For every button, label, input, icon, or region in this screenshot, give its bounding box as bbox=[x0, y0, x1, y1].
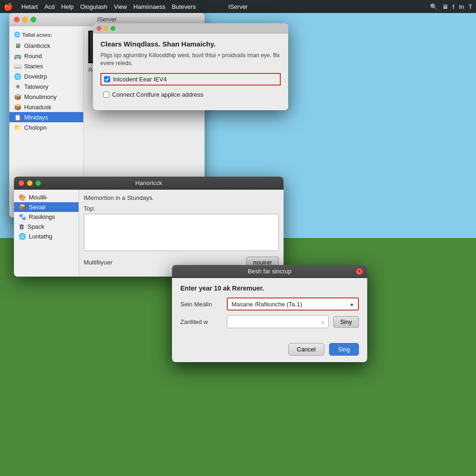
hanorlcck-max-btn[interactable] bbox=[35, 180, 41, 186]
spack-icon: 🗑 bbox=[19, 223, 25, 230]
sidebar-item-tatowory[interactable]: ✳ Tatowory bbox=[9, 81, 83, 92]
in-icon[interactable]: In bbox=[459, 3, 464, 10]
besh-footer: Cancel Sing bbox=[172, 339, 367, 362]
clears-body: Clears Winqdlass. Shan Hamaichy. Pligs i… bbox=[93, 33, 288, 110]
clears-heading: Clears Winqdlass. Shan Hamaichy. bbox=[100, 40, 281, 48]
close-button[interactable] bbox=[14, 17, 20, 22]
thnoo-icon[interactable]: T bbox=[469, 3, 472, 10]
hanorlcck-subtitle: IMemortion in a Stundays. bbox=[84, 194, 279, 201]
menu-oiogulash[interactable]: Oiogulash bbox=[80, 3, 108, 10]
zarilited-label: Zarilited w bbox=[180, 318, 222, 325]
besh-sein-row: Sein Mealin Masane /Rafiiunche (Ta.1) ⬥ bbox=[180, 298, 359, 311]
menu-view[interactable]: View bbox=[114, 3, 127, 10]
clears-checkbox2-row: Connect Contfure applice address bbox=[100, 89, 281, 100]
hanorlcck-sidebar-rasikings[interactable]: 🐾 Rasikings bbox=[14, 212, 79, 222]
besh-heading: Enter year 10 ak Reremuer. bbox=[180, 284, 359, 292]
hanorlcck-sidebar: 🎨 Moullli- 📦 Sevair 🐾 Rasikings 🗑 Spack … bbox=[14, 190, 79, 277]
checkbox-connect[interactable] bbox=[103, 92, 109, 98]
hanorlcck-title: Hanorlcck bbox=[135, 179, 162, 186]
hanorlcck-main: IMemortion in a Stundays. Top: Multifiiy… bbox=[79, 190, 284, 277]
sidebar-item-hunadusk[interactable]: 📦 Hunadusk bbox=[9, 102, 83, 112]
rasikings-icon: 🐾 bbox=[19, 213, 26, 220]
siny-button[interactable]: Siny bbox=[333, 316, 359, 328]
dovedrp-icon: 🌐 bbox=[14, 73, 21, 80]
checkbox-ipv4-label: Inlcodent Eear IEV4 bbox=[113, 76, 167, 83]
hanorlcck-titlebar: Hanorlcck bbox=[14, 177, 284, 190]
hanorlcck-min-btn[interactable] bbox=[27, 180, 33, 186]
hanorlcck-close-btn[interactable] bbox=[19, 180, 24, 186]
dialog-besh: Besh far sincrup ✕ Enter year 10 ak Rere… bbox=[172, 265, 367, 362]
besh-close-button[interactable]: ✕ bbox=[356, 268, 363, 275]
checkbox-connect-label: Connect Contfure applice address bbox=[112, 91, 204, 98]
apple-icon[interactable]: 🍎 bbox=[4, 2, 13, 11]
facebook-icon[interactable]: f bbox=[453, 3, 455, 10]
sein-chevron-icon: ⬥ bbox=[350, 300, 354, 308]
sidebar-item-dovedrp[interactable]: 🌐 Dovedrp bbox=[9, 71, 83, 81]
clears-desc: Pligs iqo aglurntiny Killooddhip west, b… bbox=[100, 52, 281, 67]
sidebar-item-cholopn[interactable]: 📁 Cholopn bbox=[9, 122, 83, 132]
cholopn-icon: 📁 bbox=[14, 124, 21, 131]
menu-bar: 🍎 Hetart Acd Help Oiogulash View Hamiína… bbox=[0, 0, 476, 13]
sidebar-item-minidays[interactable]: 📋 Minidays bbox=[9, 112, 83, 122]
menu-acd[interactable]: Acd bbox=[44, 3, 54, 10]
besh-titlebar: Besh far sincrup ✕ bbox=[172, 265, 367, 278]
window-title: IServer bbox=[97, 16, 117, 23]
sein-select[interactable]: Masane /Rafiiunche (Ta.1) ⬥ bbox=[227, 298, 359, 311]
sidebar-item-glanticick[interactable]: 🖥 Glanticick bbox=[9, 40, 83, 51]
hanorlcck-sidebar-sevair[interactable]: 📦 Sevair bbox=[14, 202, 79, 212]
hanorlcck-sidebar-moullli[interactable]: 🎨 Moullli- bbox=[14, 192, 79, 202]
app-title: IServer bbox=[228, 3, 248, 10]
clears-titlebar bbox=[93, 23, 288, 33]
sidebar-header: 🌐 Tallal acses: bbox=[9, 30, 83, 40]
hanorlcck-flex: 🎨 Moullli- 📦 Sevair 🐾 Rasikings 🗑 Spack … bbox=[14, 190, 284, 277]
menu-hetart[interactable]: Hetart bbox=[21, 3, 38, 10]
hanorlcck-top-label: Top: bbox=[84, 205, 279, 212]
minidays-icon: 📋 bbox=[14, 113, 21, 121]
staries-icon: 📖 bbox=[14, 62, 21, 70]
sidebar-item-staries[interactable]: 📖 Staries bbox=[9, 61, 83, 71]
sidebar-item-monulimony[interactable]: 📦 Monulimony bbox=[9, 92, 83, 102]
window-controls bbox=[14, 17, 36, 22]
hunadusk-icon: 📦 bbox=[14, 103, 21, 111]
display-icon[interactable]: 🖥 bbox=[442, 3, 448, 10]
sevair-icon: 📦 bbox=[19, 204, 26, 211]
menu-bar-right: 🔍 🖥 f In T bbox=[430, 3, 472, 10]
zarilited-select[interactable]: ⬦ bbox=[227, 315, 329, 328]
clears-checkbox1-row: Inlcodent Eear IEV4 bbox=[100, 73, 281, 86]
menu-hamiiness[interactable]: Hamiínaess bbox=[133, 3, 165, 10]
besh-title: Besh far sincrup bbox=[248, 268, 291, 275]
maximize-button[interactable] bbox=[31, 17, 36, 22]
menu-butevers[interactable]: Butevers bbox=[172, 3, 196, 10]
clears-close-btn[interactable] bbox=[97, 26, 101, 31]
minimize-button[interactable] bbox=[22, 17, 28, 22]
besh-zarilited-row: Zarilited w ⬦ Siny bbox=[180, 315, 359, 328]
menu-help[interactable]: Help bbox=[61, 3, 74, 10]
clears-min-btn[interactable] bbox=[104, 26, 108, 31]
hanorlcck-sidebar-spack[interactable]: 🗑 Spack bbox=[14, 222, 79, 231]
glanticick-icon: 🖥 bbox=[14, 42, 21, 49]
multilabel: Multifiiyuer bbox=[84, 259, 121, 266]
sein-value: Masane /Rafiiunche (Ta.1) bbox=[231, 301, 302, 308]
sidebar-item-round[interactable]: 🚌 Round bbox=[9, 51, 83, 61]
sein-label: Sein Mealin bbox=[180, 301, 222, 308]
round-icon: 🚌 bbox=[14, 52, 21, 60]
checkbox-ipv4[interactable] bbox=[104, 76, 110, 82]
dialog-clears: Clears Winqdlass. Shan Hamaichy. Pligs i… bbox=[93, 23, 288, 110]
hanorlcck-sidebar-luntathg[interactable]: 🌐 Luntathg bbox=[14, 231, 79, 241]
luntathg-icon: 🌐 bbox=[19, 233, 26, 240]
search-icon[interactable]: 🔍 bbox=[430, 3, 437, 10]
globe-icon: 🌐 bbox=[14, 32, 20, 38]
hanorlcck-controls bbox=[19, 180, 41, 186]
hanorlcck-textarea[interactable] bbox=[84, 214, 279, 251]
monulimony-icon: 📦 bbox=[14, 93, 21, 100]
moullli-icon: 🎨 bbox=[19, 194, 26, 201]
sing-button[interactable]: Sing bbox=[329, 343, 359, 356]
tatowory-icon: ✳ bbox=[14, 83, 21, 90]
cancel-button[interactable]: Cancel bbox=[288, 343, 324, 356]
zarilited-chevron-icon: ⬦ bbox=[321, 318, 324, 325]
dialog-hanorlcck: Hanorlcck 🎨 Moullli- 📦 Sevair 🐾 Rasiking… bbox=[14, 177, 284, 277]
besh-body: Enter year 10 ak Reremuer. Sein Mealin M… bbox=[172, 278, 367, 339]
clears-max-btn[interactable] bbox=[111, 26, 115, 31]
